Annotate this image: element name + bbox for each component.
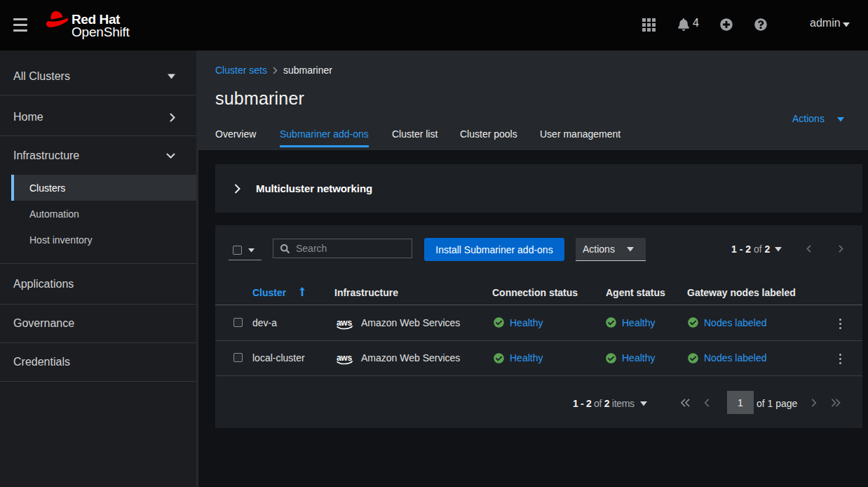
svg-text:aws: aws (337, 319, 352, 328)
svg-text:aws: aws (337, 354, 352, 363)
